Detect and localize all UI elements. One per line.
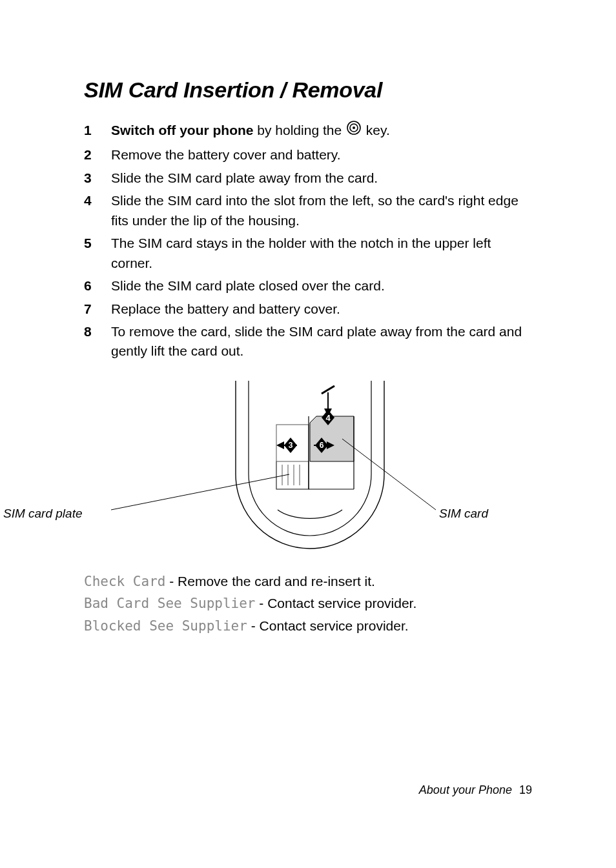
svg-line-22 (111, 474, 289, 510)
svg-marker-17 (276, 441, 284, 449)
svg-point-2 (353, 126, 355, 129)
step-6: Slide the SIM card plate closed over the… (84, 276, 532, 296)
step-8: To remove the card, slide the SIM card p… (84, 322, 532, 361)
msg-bad-card: Bad Card See Supplier - Contact service … (84, 593, 532, 614)
svg-line-23 (342, 439, 436, 510)
step-1: Switch off your phone by holding the key… (84, 121, 532, 142)
svg-rect-3 (276, 425, 309, 489)
msg-text: - Contact service provider. (256, 596, 417, 611)
diagram-label-plate: SIM card plate (3, 507, 83, 521)
msg-text: - Remove the card and re-insert it. (165, 574, 375, 589)
step-7: Replace the battery and battery cover. (84, 299, 532, 319)
callout-6-text: 6 (320, 441, 324, 450)
msg-text: - Contact service provider. (247, 618, 409, 633)
instruction-list: Switch off your phone by holding the key… (84, 121, 532, 361)
sim-diagram-svg: 4 3 6 (84, 381, 536, 558)
svg-rect-4 (276, 461, 309, 489)
step-1-bold: Switch off your phone (111, 123, 254, 137)
lcd-text: Bad Card See Supplier (84, 596, 256, 611)
sim-diagram: 4 3 6 SIM card plate SIM card (84, 381, 536, 558)
step-2: Remove the battery cover and battery. (84, 145, 532, 165)
footer-section: About your Phone (419, 783, 512, 796)
callout-3-text: 3 (289, 441, 293, 450)
callout-4-text: 4 (325, 413, 331, 423)
step-3: Slide the SIM card plate away from the c… (84, 168, 532, 188)
step-1-post: key. (362, 123, 390, 137)
diagram-label-card: SIM card (439, 507, 488, 521)
error-messages: Check Card - Remove the card and re-inse… (84, 571, 532, 637)
lcd-text: Check Card (84, 574, 165, 589)
msg-check-card: Check Card - Remove the card and re-inse… (84, 571, 532, 592)
page-title: SIM Card Insertion / Removal (84, 77, 532, 103)
footer-page-number: 19 (519, 783, 532, 796)
power-key-icon (347, 121, 361, 140)
page-footer: About your Phone 19 (419, 783, 532, 797)
lcd-text: Blocked See Supplier (84, 618, 247, 634)
msg-blocked: Blocked See Supplier - Contact service p… (84, 616, 532, 637)
step-4: Slide the SIM card into the slot from th… (84, 191, 532, 230)
step-5: The SIM card stays in the holder with th… (84, 234, 532, 273)
step-1-pre: by holding the (254, 123, 345, 137)
